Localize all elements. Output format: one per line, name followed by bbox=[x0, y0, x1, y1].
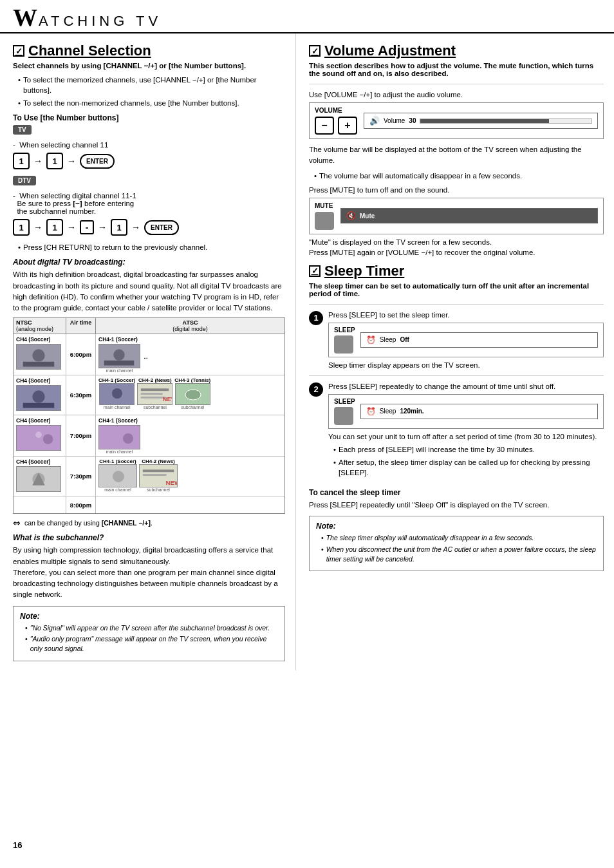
svg-rect-28 bbox=[143, 470, 174, 473]
seq-arrow-2: → bbox=[67, 156, 76, 166]
channel-bullet-2: To select the non-memorized channels, us… bbox=[18, 98, 285, 108]
ch-return-bullet: Press [CH RETURN] to return to the previ… bbox=[13, 242, 285, 252]
sleep-screen-2: ⏰ Sleep 120min. bbox=[360, 404, 598, 419]
volume-minus-btn[interactable]: − bbox=[315, 117, 334, 135]
sleep-button-1[interactable] bbox=[334, 335, 353, 354]
ntsc-cell-4: CH4 (Soccer) bbox=[14, 457, 66, 496]
program-guide-table: NTSC (analog mode) Air time ATSC (digita… bbox=[13, 317, 285, 514]
dtv-seq-arrow-2: → bbox=[67, 222, 76, 232]
sleep-display-2: SLEEP ⏰ Sleep 120min. bbox=[328, 394, 604, 429]
volume-title-text: Volume Adjustment bbox=[324, 42, 456, 59]
prog-row-4: CH4 (Soccer) 7:30pm CH4-1 (Soccer) main … bbox=[14, 457, 284, 496]
subchannel-title: What is the subchannel? bbox=[13, 533, 285, 542]
left-column: ✓ Channel Selection Select channels by u… bbox=[0, 33, 296, 670]
dtv-mode-badge: DTV bbox=[13, 176, 36, 185]
atsc-header: ATSC (digital mode) bbox=[96, 318, 284, 334]
sleep-step1-row: 1 Press [SLEEP] to set the sleep timer. … bbox=[309, 311, 604, 369]
sleep-step2-row: 2 Press [SLEEP] repeatedly to change the… bbox=[309, 382, 604, 483]
volume-text-label: Volume bbox=[384, 117, 405, 124]
time-cell-4: 7:30pm bbox=[66, 457, 96, 496]
left-note-box: Note: "No Signal" will appear on the TV … bbox=[13, 606, 285, 661]
time-cell-5: 8:00pm bbox=[66, 496, 96, 513]
volume-auto-disappear: The volume bar will automatically disapp… bbox=[309, 171, 604, 181]
dtv-seq-arrow-4: → bbox=[131, 222, 140, 232]
svg-rect-21 bbox=[99, 426, 140, 449]
sleep-display-1: SLEEP ⏰ Sleep Off bbox=[328, 323, 604, 357]
tv-channel-seq: 1 → 1 → ENTER bbox=[13, 153, 285, 169]
svg-text:NEWS: NEWS bbox=[166, 479, 177, 486]
svg-rect-8 bbox=[23, 403, 55, 408]
number-buttons-title: To Use [the Number buttons] bbox=[13, 113, 285, 122]
volume-bullet-1: The volume bar will automatically disapp… bbox=[314, 171, 604, 181]
mute-display: MUTE 🔇 Mute bbox=[309, 198, 604, 234]
dtv-seq-arrow-1: → bbox=[33, 222, 42, 232]
dtv-seq-box-3: 1 bbox=[111, 219, 127, 236]
sleep-subtitle: The sleep timer can be set to automatica… bbox=[309, 282, 604, 297]
prog-row-2: CH4 (Soccer) 6:30pm CH4-1 (Soccer) main … bbox=[14, 375, 284, 415]
tv-desc: - When selecting channel 11 bbox=[13, 141, 285, 149]
header-title: ATCHING TV bbox=[39, 13, 162, 30]
ntsc-cell-5 bbox=[14, 496, 66, 513]
svg-point-1 bbox=[32, 350, 44, 362]
svg-text:NEWS: NEWS bbox=[163, 395, 172, 402]
sleep-btn-group-2: SLEEP bbox=[334, 398, 355, 425]
svg-point-17 bbox=[185, 390, 201, 400]
seq-arrow-1: → bbox=[33, 156, 42, 166]
atsc-cell-4: CH4-1 (Soccer) main channel CH4-2 (News)… bbox=[96, 457, 284, 496]
sleep-step1-num: 1 bbox=[309, 311, 323, 325]
sleep-label-1: SLEEP bbox=[334, 326, 355, 334]
dtv-desc: - When selecting digital channel 11-1 Be… bbox=[13, 192, 285, 215]
digital-title: About digital TV broadcasting: bbox=[13, 258, 285, 267]
digital-body: With its high definition broadcast, digi… bbox=[13, 269, 285, 314]
mute-recover: Press [MUTE] again or [VOLUME −/+] to re… bbox=[309, 249, 604, 256]
left-note-list: "No Signal" will appear on the TV screen… bbox=[20, 623, 278, 654]
sleep-button-2[interactable] bbox=[334, 407, 353, 425]
sleep-screen2-val: 120min. bbox=[400, 408, 423, 415]
subchannel-body: By using high compression technology, di… bbox=[13, 545, 285, 600]
sleep-title-text: Sleep Timer bbox=[324, 263, 404, 279]
prog-row-5: 8:00pm bbox=[14, 496, 284, 513]
mute-button[interactable] bbox=[315, 212, 334, 230]
airtime-header: Air time bbox=[66, 318, 96, 334]
mute-screen-display: 🔇 Mute bbox=[340, 208, 598, 223]
svg-rect-5 bbox=[104, 361, 135, 366]
atsc-cell-3: CH4-1 (Soccer) main channel bbox=[96, 415, 284, 456]
mute-label: MUTE bbox=[315, 202, 334, 209]
atsc-cell-5 bbox=[96, 496, 284, 513]
left-note-1: "No Signal" will appear on the TV screen… bbox=[25, 623, 278, 633]
right-column: ✓ Volume Adjustment This section describ… bbox=[296, 33, 614, 670]
time-cell-1: 6:00pm bbox=[66, 334, 96, 375]
mute-press-text: Press [MUTE] to turn off and on the soun… bbox=[309, 186, 604, 194]
svg-rect-29 bbox=[143, 474, 167, 476]
seq-box-2: 1 bbox=[46, 153, 63, 169]
ch-return-item: Press [CH RETURN] to return to the previ… bbox=[18, 242, 285, 252]
sleep-icon-2: ⏰ bbox=[366, 407, 376, 416]
volume-track bbox=[420, 118, 592, 124]
dtv-seq-arrow-3: → bbox=[98, 222, 107, 232]
volume-fill bbox=[420, 119, 548, 123]
svg-rect-2 bbox=[23, 362, 55, 367]
sleep-screen1-val: Off bbox=[400, 336, 409, 343]
volume-plus-btn[interactable]: + bbox=[338, 117, 357, 135]
volume-display: VOLUME − + 🔊 Volume 30 bbox=[309, 102, 604, 139]
right-note-title: Note: bbox=[316, 522, 597, 531]
time-cell-2: 6:30pm bbox=[66, 375, 96, 415]
volume-bar-display: 🔊 Volume 30 bbox=[364, 113, 598, 129]
volume-hr bbox=[309, 84, 604, 84]
sleep-step2-text: Press [SLEEP] repeatedly to change the a… bbox=[328, 382, 604, 390]
prog-row-1: CH4 (Soccer) 6:00pm CH4-1 (Soccer) main … bbox=[14, 334, 284, 375]
sleep-bullet-2: After setup, the sleep timer display can… bbox=[333, 457, 604, 478]
channel-section-title: ✓ Channel Selection bbox=[13, 42, 285, 59]
ntsc-cell-3: CH4 (Soccer) bbox=[14, 415, 66, 456]
svg-point-20 bbox=[35, 432, 42, 439]
mute-screen-text: Mute bbox=[360, 212, 375, 220]
dtv-channel-seq: 1 → 1 → - → 1 → ENTER bbox=[13, 219, 285, 236]
svg-rect-12 bbox=[141, 389, 169, 392]
volume-control-group: VOLUME − + bbox=[315, 107, 357, 135]
sleep-bullet-1: Each press of [SLEEP] will increase the … bbox=[333, 444, 604, 455]
sleep-icon-1: ⏰ bbox=[366, 335, 376, 344]
atsc-cell-1: CH4-1 (Soccer) main channel ↔ bbox=[96, 334, 284, 375]
sleep-screen1-text: Sleep bbox=[380, 336, 396, 343]
volume-label: VOLUME bbox=[315, 107, 357, 114]
svg-point-26 bbox=[113, 471, 124, 482]
